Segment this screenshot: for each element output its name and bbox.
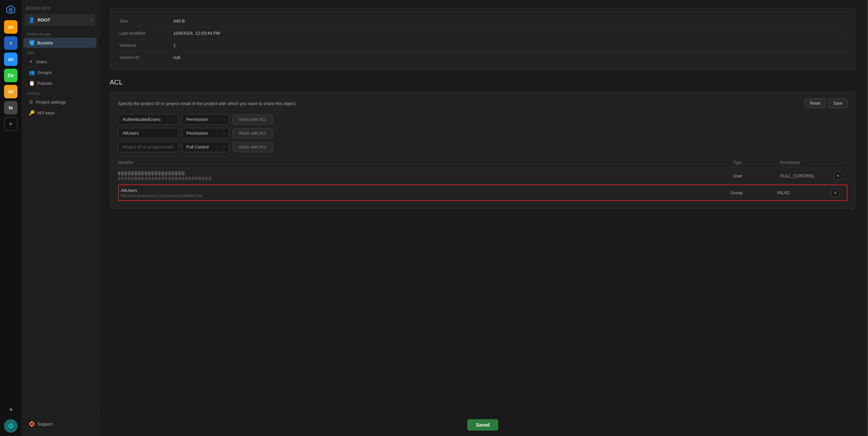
meta-value-version-id: null bbox=[173, 55, 180, 60]
section-label-object-storage: Object storage bbox=[22, 29, 99, 37]
column-header-action bbox=[834, 160, 847, 165]
main-content: Size 449 B Last modified 10/8/2024, 12:0… bbox=[99, 0, 867, 436]
right-border bbox=[867, 0, 868, 436]
allusers-permission-dropdown[interactable]: Permission › bbox=[182, 128, 229, 138]
project-id-field[interactable]: Project ID or project email bbox=[118, 142, 179, 152]
meta-label-versions: Versions bbox=[119, 43, 173, 48]
identifier-cell-allusers: AllUsers http://acs.amazonaws.com/groups… bbox=[121, 188, 731, 198]
acl-title: ACL bbox=[110, 79, 856, 86]
icon-bar: an an De mi te + ✦ ⏻ bbox=[0, 0, 22, 436]
app-logo bbox=[5, 3, 17, 16]
save-button[interactable]: Save bbox=[828, 99, 847, 108]
sidebar-item-support-label: Support bbox=[37, 422, 53, 427]
sidebar-item-users[interactable]: ✦ Users bbox=[24, 57, 97, 67]
sidebar-item-api-keys[interactable]: 🔑 API keys bbox=[24, 108, 97, 118]
policies-icon: 📋 bbox=[29, 81, 35, 86]
chevron-right-icon: › bbox=[223, 117, 225, 122]
workspace-icon: 👤 bbox=[28, 17, 35, 23]
sidebar-item-groups-label: Groups bbox=[37, 70, 52, 75]
allusers-share-button[interactable]: Share with ACL bbox=[232, 128, 273, 138]
project-permission-label: Full Control bbox=[186, 144, 209, 149]
chevron-right-icon-3: › bbox=[223, 144, 225, 149]
meta-row-version-id: Version ID null bbox=[119, 52, 846, 63]
authenticated-share-button[interactable]: Share with ACL bbox=[232, 114, 273, 124]
chevron-right-icon-2: › bbox=[223, 130, 225, 136]
settings-icon: ⚙ bbox=[29, 99, 33, 105]
sidebar-item-users-label: Users bbox=[36, 59, 47, 64]
sidebar-bottom: 🛟 Support bbox=[22, 415, 99, 433]
bottom-bar: Saved bbox=[99, 413, 867, 436]
sidebar-item-groups[interactable]: 👥 Groups bbox=[24, 67, 97, 78]
acl-input-row-project: Project ID or project email Full Control… bbox=[118, 142, 847, 152]
blurred-identifier-main bbox=[118, 171, 185, 175]
acl-action-buttons: Reset Save bbox=[805, 99, 847, 108]
avatar-de[interactable]: De bbox=[4, 69, 18, 82]
sidebar: account name 👤 ROOT › Object storage 🪣 B… bbox=[22, 0, 99, 436]
add-workspace-button[interactable]: + bbox=[4, 117, 18, 130]
chevron-right-icon: › bbox=[91, 18, 92, 23]
meta-label-version-id: Version ID bbox=[119, 55, 173, 60]
avatar-an-1[interactable]: an bbox=[4, 20, 18, 34]
remove-allusers-button[interactable]: ✕ bbox=[831, 189, 839, 197]
metadata-card: Size 449 B Last modified 10/8/2024, 12:0… bbox=[110, 8, 856, 70]
all-users-field: AllUsers bbox=[118, 128, 179, 138]
sidebar-item-policies[interactable]: 📋 Policies bbox=[24, 78, 97, 88]
authenticated-permission-dropdown[interactable]: Permission › bbox=[182, 114, 229, 124]
sidebar-item-project-settings-label: Project settings bbox=[36, 100, 66, 105]
action-cell-allusers: ✕ bbox=[831, 189, 845, 197]
meta-value-last-modified: 10/8/2024, 12:03:44 PM bbox=[173, 31, 220, 36]
meta-row-last-modified: Last modified 10/8/2024, 12:03:44 PM bbox=[119, 27, 846, 39]
allusers-identifier-sub: http://acs.amazonaws.com/groups/global/A… bbox=[121, 194, 731, 198]
acl-card: Specify the project ID or project email … bbox=[110, 92, 856, 209]
avatar-mi[interactable]: mi bbox=[4, 85, 18, 98]
acl-input-row-allusers: AllUsers Permission › Share with ACL bbox=[118, 128, 847, 138]
avatar-an-2[interactable]: an bbox=[4, 53, 18, 66]
saved-button[interactable]: Saved bbox=[467, 419, 498, 431]
acl-description-row: Specify the project ID or project email … bbox=[118, 99, 847, 108]
buckets-icon: 🪣 bbox=[29, 40, 35, 46]
allusers-permission-label: Permission bbox=[186, 130, 208, 136]
permission-cell-1: FULL_CONTROL bbox=[780, 173, 834, 178]
permission-cell-allusers: READ bbox=[777, 190, 831, 195]
project-permission-dropdown[interactable]: Full Control › bbox=[182, 142, 229, 152]
column-header-type: Type bbox=[733, 160, 780, 165]
meta-value-versions: 1 bbox=[173, 43, 176, 48]
main-inner: Size 449 B Last modified 10/8/2024, 12:0… bbox=[99, 0, 867, 413]
section-label-settings: Settings bbox=[22, 89, 99, 97]
type-cell-allusers: Group bbox=[731, 190, 777, 195]
avatar-te[interactable]: te bbox=[4, 101, 18, 114]
translate-icon[interactable]: ✦ bbox=[5, 404, 17, 416]
sidebar-item-policies-label: Policies bbox=[37, 81, 53, 86]
acl-input-row-authenticated: AuthenticatedUsers Permission › Share wi… bbox=[118, 114, 847, 124]
power-icon[interactable]: ⏻ bbox=[4, 419, 18, 433]
icon-bar-bottom: ✦ ⏻ bbox=[4, 404, 18, 433]
reset-button[interactable]: Reset bbox=[805, 99, 825, 108]
avatar-eye[interactable] bbox=[4, 36, 18, 50]
identifier-cell-1 bbox=[118, 171, 733, 180]
users-icon: ✦ bbox=[29, 59, 33, 64]
table-row-1: User FULL_CONTROL ✕ bbox=[118, 168, 847, 184]
acl-table-header: Identifier Type Permission bbox=[118, 157, 847, 168]
allusers-identifier-main: AllUsers bbox=[121, 188, 731, 193]
table-row-allusers: AllUsers http://acs.amazonaws.com/groups… bbox=[118, 184, 847, 201]
svg-point-4 bbox=[10, 42, 11, 44]
sidebar-item-project-settings[interactable]: ⚙ Project settings bbox=[24, 97, 97, 107]
account-name: account name bbox=[26, 5, 51, 10]
sidebar-item-support[interactable]: 🛟 Support bbox=[24, 419, 97, 429]
project-share-button[interactable]: Share with ACL bbox=[232, 142, 273, 152]
sidebar-item-buckets-label: Buckets bbox=[37, 40, 53, 46]
authenticated-users-field: AuthenticatedUsers bbox=[118, 114, 179, 124]
authenticated-permission-label: Permission bbox=[186, 117, 208, 122]
meta-value-size: 449 B bbox=[173, 19, 185, 24]
meta-label-size: Size bbox=[119, 19, 173, 24]
account-section: account name bbox=[22, 3, 99, 12]
groups-icon: 👥 bbox=[29, 70, 35, 75]
column-header-permission: Permission bbox=[780, 160, 834, 165]
sidebar-item-buckets[interactable]: 🪣 Buckets bbox=[24, 38, 97, 48]
workspace-selector[interactable]: 👤 ROOT › bbox=[25, 14, 95, 26]
workspace-name: ROOT bbox=[38, 18, 88, 23]
action-cell-1: ✕ bbox=[834, 172, 847, 180]
sidebar-item-api-keys-label: API keys bbox=[37, 110, 55, 115]
section-label-iam: IAM bbox=[22, 48, 99, 56]
remove-row-1-button[interactable]: ✕ bbox=[834, 172, 842, 180]
